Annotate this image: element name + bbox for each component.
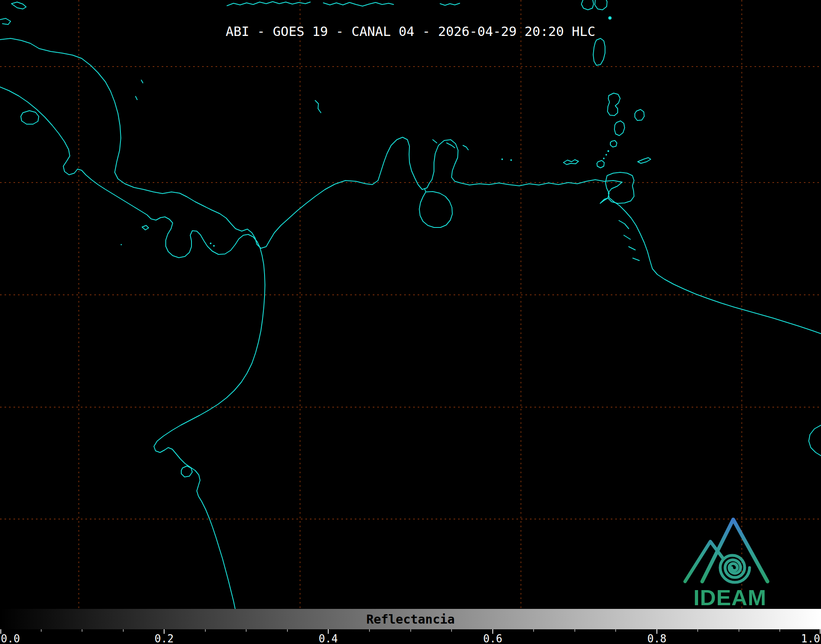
coastline-martinique [607, 93, 620, 116]
coastline-delta-channel [624, 235, 630, 239]
coastline-aruba [433, 140, 437, 143]
coastline-delta-channel [633, 258, 639, 261]
coastline-barbados [635, 109, 644, 120]
coastline-small-island [315, 100, 321, 113]
tick-label-0.2: 0.2 [155, 633, 174, 644]
coastline-delta-channel [629, 247, 635, 250]
coastline-lake-maracaibo [419, 192, 452, 227]
coastline-grenada [597, 160, 604, 168]
coastline-caribbean [0, 38, 821, 334]
island-dot [510, 159, 512, 161]
coastline-right-edge-fragment [809, 425, 821, 456]
island-dot [608, 16, 612, 20]
coastline-puna-island [181, 466, 192, 477]
colorbar-gradient: Reflectancia [0, 609, 821, 629]
logo-text: IDEAM [681, 585, 779, 610]
coastline-delta-channel [619, 221, 629, 229]
image-title: ABI - GOES 19 - CANAL 04 - 2026-04-29 20… [0, 24, 821, 39]
coastline-top-fragment [227, 2, 310, 6]
coastline-san-andres [136, 96, 137, 100]
island-dot [120, 244, 122, 245]
coastline-maracaibo-strait [425, 189, 426, 192]
island-dot [603, 158, 605, 159]
coastline-guadeloupe [595, 0, 607, 10]
tick-label-0.8: 0.8 [647, 633, 667, 644]
coastline-curacao [447, 143, 455, 148]
satellite-image-viewer: ABI - GOES 19 - CANAL 04 - 2026-04-29 20… [0, 0, 821, 644]
logo-swirl-icon [720, 555, 750, 582]
coastline-st-vincent [610, 140, 617, 147]
coastline-lake-nicaragua [21, 111, 39, 124]
coastline-top-fragment [323, 2, 394, 6]
coastline-st-lucia [614, 121, 625, 136]
coastline-pacific [0, 87, 265, 609]
coastline-margarita [563, 160, 578, 165]
coastline-trinidad [600, 172, 634, 203]
coastline-dominica [593, 38, 605, 65]
coastline-providencia [141, 80, 143, 83]
tick-label-1.0: 1.0 [801, 633, 820, 644]
coastline-top-fragment [11, 2, 26, 9]
island-dot [607, 150, 609, 152]
coastline-guadeloupe [581, 0, 594, 10]
coastline-bonaire [463, 145, 468, 150]
island-dot [213, 245, 215, 247]
tick-label-0.6: 0.6 [483, 633, 503, 644]
island-dot [210, 243, 211, 244]
colorbar-label: Reflectancia [0, 612, 821, 626]
colorbar-ticks [0, 629, 821, 634]
ideam-logo-icon [681, 511, 779, 589]
coastline-tobago [638, 158, 651, 163]
tick-label-0.4: 0.4 [319, 633, 338, 644]
tick-label-0.0: 0.0 [1, 633, 20, 644]
island-dot [501, 158, 503, 160]
coastline-coiba [142, 225, 149, 230]
coastline-top-fragment [440, 3, 460, 5]
island-dot [605, 154, 607, 156]
